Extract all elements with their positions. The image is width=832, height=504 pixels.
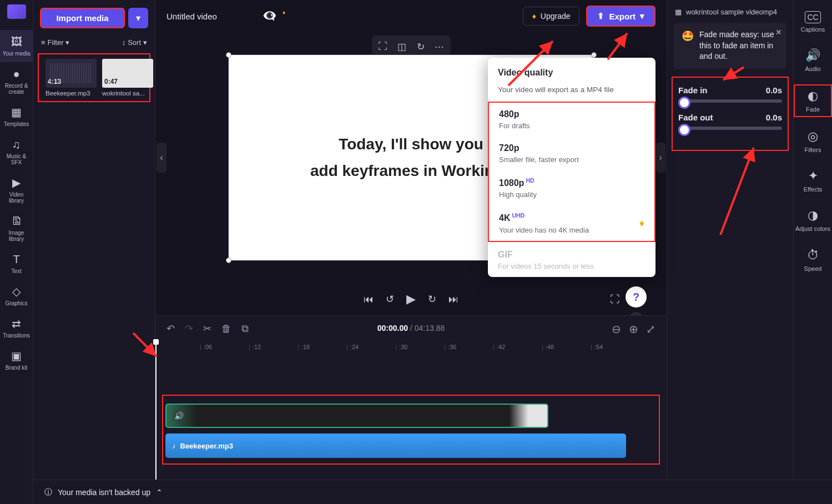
ruler-tick: :42 (493, 344, 505, 350)
rewind-icon[interactable]: ↺ (386, 293, 394, 305)
adjust-colors-icon: ◑ (808, 208, 818, 223)
ruler-tick: :06 (200, 344, 212, 350)
rnav-captions[interactable]: CC Captions (794, 8, 832, 36)
quality-4k[interactable]: 4KUHD Your video has no 4K media ♦ (489, 205, 654, 240)
media-thumb-audio[interactable]: 4:13 Beekeeper.mp3 (46, 59, 97, 97)
zoom-out-icon[interactable]: ⊖ (612, 322, 621, 336)
nav-brand-kit[interactable]: ▣ Brand kit (0, 344, 33, 376)
rotate-icon[interactable]: ↻ (412, 38, 430, 56)
export-quality-popup: Video quality Your video will export as … (488, 58, 655, 277)
sort-button[interactable]: ↕Sort▾ (122, 38, 147, 47)
nav-graphics[interactable]: ◇ Graphics (0, 280, 33, 312)
text-icon: T (11, 253, 23, 265)
timeline-time: 00:00.00 / 04:13.88 (377, 324, 445, 332)
more-icon[interactable]: ⋯ (431, 38, 448, 56)
media-panel: Import media ▾ ≡Filter▾ ↕Sort▾ 4:13 Beek… (33, 0, 155, 504)
popup-title: Video quality (498, 68, 646, 78)
selected-item-header: ▦ wokrintool sample videomp4 (667, 8, 793, 23)
skip-forward-icon[interactable]: ⏭ (448, 294, 458, 305)
right-sidebar: CC Captions 🔊 Audio ◐ Fade ◎ Filters ✦ E… (793, 0, 832, 504)
music-icon: ♫ (11, 138, 23, 150)
ruler-tick: :12 (249, 344, 261, 350)
rnav-filters[interactable]: ◎ Filters (794, 126, 832, 157)
project-title-input[interactable] (167, 12, 255, 21)
undo-icon[interactable]: ↶ (167, 322, 175, 335)
rnav-effects[interactable]: ✦ Effects (794, 165, 832, 196)
app-logo[interactable] (7, 4, 26, 19)
ruler-tick: :48 (542, 344, 554, 350)
rnav-fade[interactable]: ◐ Fade (794, 84, 832, 117)
nav-record[interactable]: ● Record & create (0, 62, 33, 100)
nav-your-media[interactable]: 🖼 Your media (0, 30, 33, 62)
cc-disabled-icon[interactable]: 👁‍🗨 (262, 9, 277, 23)
upload-icon: ⬆ (597, 11, 604, 21)
transitions-icon: ⇄ (11, 317, 23, 330)
emoji-icon: 🤩 (682, 29, 694, 62)
resize-handle[interactable] (226, 258, 231, 263)
fullscreen-icon[interactable]: ⛶ (610, 294, 620, 305)
delete-icon[interactable]: 🗑 (221, 323, 231, 335)
effects-icon: ✦ (808, 169, 818, 183)
duplicate-icon[interactable]: ⧉ (241, 323, 249, 335)
media-thumb-video[interactable]: 0:47 wokrintool sa... (102, 59, 153, 97)
redo-icon[interactable]: ↷ (185, 322, 193, 335)
ruler-tick: :54 (591, 344, 603, 350)
forward-icon[interactable]: ↻ (428, 293, 436, 305)
upgrade-button[interactable]: ♦ Upgrade (523, 7, 580, 26)
resize-handle[interactable] (226, 52, 231, 58)
resize-handle[interactable] (591, 52, 597, 58)
close-tip-icon[interactable]: ✕ (775, 27, 782, 38)
import-dropdown-button[interactable]: ▾ (128, 8, 148, 28)
audio-track-clip[interactable]: ♪ Beekeeper.mp3 (165, 434, 626, 458)
quality-480p[interactable]: 480p For drafts (489, 103, 654, 137)
export-button[interactable]: ⬆ Export ▾ (586, 6, 655, 27)
fade-controls: Fade in0.0s Fade out0.0s (672, 77, 789, 151)
fit-icon[interactable]: ⛶ (374, 38, 392, 56)
chevron-up-icon[interactable]: ⌃ (156, 488, 163, 497)
video-track-clip[interactable]: 🔊 (165, 404, 548, 428)
filter-button[interactable]: ≡Filter▾ (41, 38, 69, 47)
top-bar: 👁‍🗨 ♦ ♦ Upgrade ⬆ Export ▾ (155, 0, 667, 32)
nav-video-lib[interactable]: ▶ Video library (0, 171, 33, 209)
left-sidebar: 🖼 Your media ● Record & create ▦ Templat… (0, 0, 33, 504)
rnav-speed[interactable]: ⏱ Speed (794, 245, 832, 275)
fade-out-slider[interactable] (678, 127, 782, 130)
import-media-button[interactable]: Import media (40, 8, 125, 28)
quality-720p[interactable]: 720p Smaller file, faster export (489, 137, 654, 170)
zoom-in-icon[interactable]: ⊕ (629, 322, 638, 336)
chevron-down-icon: ▾ (640, 11, 644, 21)
video-lib-icon: ▶ (11, 177, 23, 189)
skip-back-icon[interactable]: ⏮ (364, 294, 374, 305)
collapse-left-button[interactable]: ‹ (157, 143, 167, 173)
captions-icon: CC (805, 11, 820, 23)
nav-text[interactable]: T Text (0, 248, 33, 280)
help-button[interactable]: ? (626, 286, 647, 308)
crop-icon[interactable]: ◫ (393, 38, 411, 56)
timeline-ruler[interactable]: :06:12:18:24:30:36:42:48:54 (155, 344, 667, 359)
collapse-right-button[interactable]: › (655, 143, 665, 173)
rnav-audio[interactable]: 🔊 Audio (794, 45, 832, 75)
nav-music[interactable]: ♫ Music & SFX (0, 133, 33, 171)
playback-controls: ⏮ ↺ ▶ ↻ ⏭ ⛶ ? ⌄ (155, 283, 667, 315)
ruler-tick: :36 (444, 344, 456, 350)
ruler-tick: :18 (297, 344, 310, 350)
quality-gif: GIF For videos 15 seconds or less (488, 243, 655, 277)
popup-subtitle: Your video will export as a MP4 file (498, 85, 646, 94)
video-icon: ▦ (675, 8, 682, 16)
sort-icon: ↕ (122, 38, 126, 47)
nav-transitions[interactable]: ⇄ Transitions (0, 312, 33, 344)
music-note-icon: ♪ (172, 442, 176, 450)
rnav-adjust[interactable]: ◑ Adjust colors (794, 205, 832, 235)
quality-1080p[interactable]: 1080pHD High quality (489, 170, 654, 205)
fade-in-slider[interactable] (678, 99, 782, 103)
nav-templates[interactable]: ▦ Templates (0, 100, 33, 133)
audio-icon: 🔊 (805, 48, 820, 63)
zoom-fit-icon[interactable]: ⤢ (646, 322, 655, 336)
nav-image-lib[interactable]: 🖻 Image library (0, 209, 33, 248)
fade-icon: ◐ (808, 89, 818, 103)
graphics-icon: ◇ (11, 285, 23, 298)
mute-icon[interactable]: 🔊 (172, 409, 185, 422)
split-icon[interactable]: ✂ (203, 322, 211, 335)
play-icon[interactable]: ▶ (406, 292, 416, 306)
status-bar: ⓘ Your media isn't backed up ⌃ (33, 480, 832, 504)
